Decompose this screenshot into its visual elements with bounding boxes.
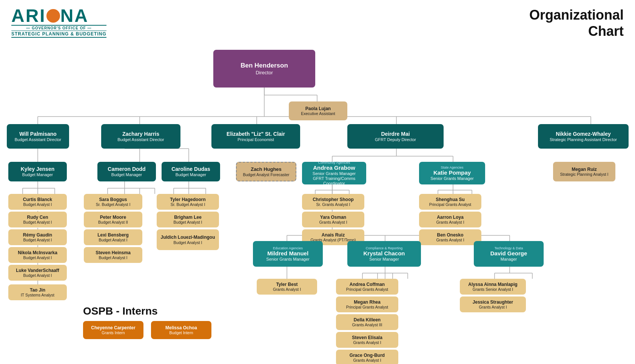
krystal-name: Krystal Chacon	[363, 250, 405, 257]
andrea-sub: Community Agencies	[318, 161, 350, 164]
report-megan-rhea: Megan Rhea Principal Grants Analyst	[336, 296, 398, 312]
kyley-name: Kyley Jensen	[21, 166, 55, 172]
zachary-title: Budget Assistant Director	[117, 137, 164, 142]
zach-name: Zach Hughes	[251, 166, 282, 172]
report-ben-o: Ben Onesko Grants Analyst I	[419, 229, 481, 245]
analyst-megan-ruiz: Megan Ruiz Strategic Planning Analyst I	[553, 162, 615, 181]
asst-dir-liz: Elizabeth "Liz" St. Clair Principal Econ…	[211, 124, 300, 149]
nikkie-title: Strategic Planning Assistant Director	[550, 137, 617, 142]
report-aarron: Aarron Loya Grants Analyst I	[419, 212, 481, 227]
report-grace: Grace Ong-Burd Grants Analyst I	[336, 350, 398, 364]
katie-title: Senior Grants Manager	[430, 176, 473, 181]
andrea-name: Andrea Grabow	[313, 164, 355, 171]
asst-dir-will: Will Palmisano Budget Assistant Director	[7, 124, 69, 149]
kyley-title: Budget Manager	[22, 172, 53, 177]
logo: ARI NA — GOVERNOR'S OFFICE OF — STRATEGI…	[11, 7, 106, 38]
report-lexi: Lexi Bensberg Budget Analyst I	[84, 229, 142, 245]
megan-ruiz-title: Strategic Planning Analyst I	[560, 172, 609, 177]
director-box: Ben Henderson Director	[213, 50, 315, 88]
report-tyler-best: Tyler Best Grants Analyst I	[257, 279, 317, 295]
david-title: Manager	[501, 257, 517, 262]
cheyenne-title: Grants Intern	[102, 330, 125, 335]
report-jessica: Jessica Straughter Grants Analyst I	[460, 296, 526, 312]
caroline-name: Caroline Dudas	[171, 166, 210, 172]
report-alyssa: Alyssa Ainna Manlapig Grants Senior Anal…	[460, 279, 526, 295]
mgr-mildred: Education Agencies Mildred Manuel Senior…	[253, 241, 323, 267]
report-christopher: Christopher Shoop Sr. Grants Analyst I	[302, 194, 364, 210]
katie-sub: State Agencies	[441, 166, 463, 169]
deirdre-name: Deirdre Mai	[381, 131, 410, 137]
krystal-title: Senior Manager	[369, 257, 399, 262]
report-rudy: Rudy Cen Budget Analyst I	[8, 212, 67, 227]
report-della: Della Killeen Grants Analyst III	[336, 314, 398, 330]
org-chart: Ben Henderson Director Paola Lujan Execu…	[0, 43, 635, 364]
liz-title: Principal Economist	[237, 137, 274, 142]
report-luke: Luke VanderSchaaff Budget Analyst I	[8, 265, 67, 281]
david-name: David George	[490, 250, 527, 257]
asst-dir-deirdre: Deirdre Mai GFRT Deputy Director	[347, 124, 444, 149]
logo-sub: — GOVERNOR'S OFFICE OF —	[11, 25, 106, 31]
report-peter: Peter Moore Budget Analyst II	[84, 212, 142, 227]
deirdre-title: GFRT Deputy Director	[375, 137, 416, 142]
report-nikola: Nikola McInsvarka Budget Analyst I	[8, 247, 67, 263]
logo-text2: NA	[60, 7, 89, 25]
report-curtis: Curtis Blanck Budget Analyst I	[8, 194, 67, 210]
megan-ruiz-name: Megan Ruiz	[572, 167, 597, 172]
will-name: Will Palmisano	[19, 131, 57, 137]
director-name: Ben Henderson	[240, 62, 288, 69]
report-juldich: Juldich Louezi-Madingou Budget Analyst I	[157, 229, 219, 250]
melissa-name: Melissa Ochoa	[165, 325, 197, 330]
cameron-name: Cameron Dodd	[108, 166, 145, 172]
interns-section: OSPB - Interns Cheyenne Carpenter Grants…	[83, 305, 211, 339]
caroline-title: Budget Manager	[176, 172, 206, 177]
andrea-title: Senior Grants ManagerGFRT Training/Comms…	[304, 171, 364, 186]
mgr-cameron: Cameron Dodd Budget Manager	[97, 162, 156, 181]
report-sara: Sara Boggus Sr. Budget Analyst I	[84, 194, 142, 210]
will-title: Budget Assistant Director	[15, 137, 62, 142]
report-steven-e: Steven Elisala Grants Analyst I	[336, 332, 398, 348]
analyst-zach: Zach Hughes Budget Analyst Forecaster	[236, 162, 296, 181]
exec-asst-name: Paola Lujan	[305, 106, 331, 111]
mildred-sub: Education Agencies	[273, 246, 303, 250]
krystal-sub: Compliance & Reporting	[366, 246, 403, 250]
mgr-david: Technology & Data David George Manager	[474, 241, 544, 267]
report-brigham: Brigham Lee Budget Analyst I	[157, 212, 219, 227]
report-remy: Rémy Gaudin Budget Analyst I	[8, 229, 67, 245]
intern-melissa: Melissa Ochoa Budget Intern	[151, 321, 211, 339]
exec-asst-title: Executive Assistant	[301, 111, 335, 116]
logo-sub2: STRATEGIC PLANNING & BUDGETING	[11, 31, 106, 38]
david-sub: Technology & Data	[495, 246, 523, 250]
report-tao: Tao Jin IT Systems Analyst	[8, 284, 67, 300]
asst-dir-zachary: Zachary Harris Budget Assistant Director	[101, 124, 180, 149]
asst-dir-nikkie: Nikkie Gomez-Whaley Strategic Planning A…	[538, 124, 629, 149]
melissa-title: Budget Intern	[169, 330, 193, 335]
director-title: Director	[256, 70, 273, 76]
interns-title: OSPB - Interns	[83, 305, 211, 317]
chart-title: OrganizationalChart	[529, 7, 624, 39]
report-yara: Yara Osman Grants Analyst I	[302, 212, 364, 227]
liz-name: Elizabeth "Liz" St. Clair	[227, 131, 285, 137]
cheyenne-name: Cheyenne Carpenter	[91, 325, 135, 330]
intern-cheyenne: Cheyenne Carpenter Grants Intern	[83, 321, 143, 339]
nikkie-name: Nikkie Gomez-Whaley	[556, 131, 611, 137]
zachary-name: Zachary Harris	[122, 131, 159, 137]
katie-name: Katie Pompay	[433, 169, 471, 176]
exec-asst-box: Paola Lujan Executive Assistant	[289, 101, 347, 120]
header: ARI NA — GOVERNOR'S OFFICE OF — STRATEGI…	[0, 0, 635, 43]
zach-title: Budget Analyst Forecaster	[243, 172, 289, 177]
report-shenghua: Shenghua Su Principal Grants Analyst	[419, 194, 481, 210]
mgr-katie: State Agencies Katie Pompay Senior Grant…	[419, 162, 485, 184]
mgr-krystal: Compliance & Reporting Krystal Chacon Se…	[347, 241, 421, 267]
mgr-kyley: Kyley Jensen Budget Manager	[8, 162, 67, 181]
mildred-title: Senior Grants Manager	[266, 257, 309, 262]
report-tyler-h: Tyler Hagedoorn Sr. Budget Analyst I	[157, 194, 219, 210]
mildred-name: Mildred Manuel	[267, 250, 308, 257]
logo-text: ARI	[11, 7, 46, 25]
report-steven-h: Steven Heinsma Budget Analyst I	[84, 247, 142, 263]
mgr-caroline: Caroline Dudas Budget Manager	[162, 162, 220, 181]
cameron-title: Budget Manager	[111, 172, 142, 177]
interns-row: Cheyenne Carpenter Grants Intern Melissa…	[83, 321, 211, 339]
mgr-andrea: Community Agencies Andrea Grabow Senior …	[302, 162, 366, 184]
report-andrea-c: Andrea Coffman Principal Grants Analyst	[336, 279, 398, 295]
